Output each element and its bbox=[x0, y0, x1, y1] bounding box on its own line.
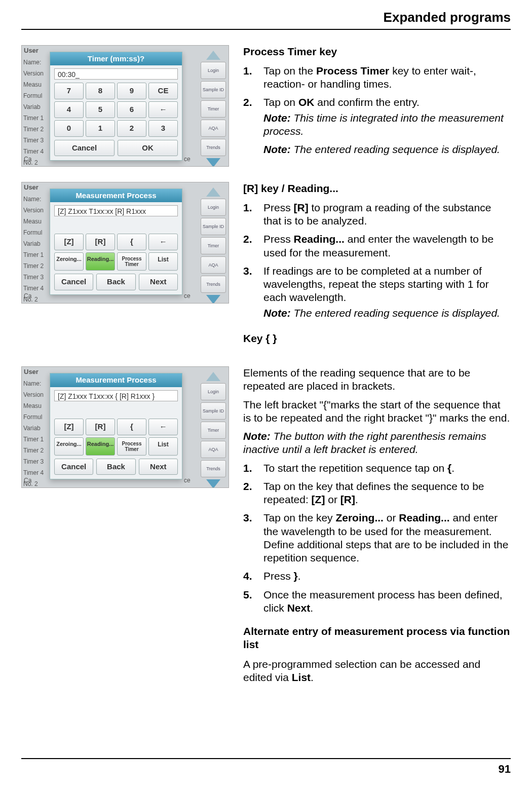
reading-button[interactable]: Reading... bbox=[86, 252, 115, 271]
arrow-up-icon[interactable] bbox=[206, 372, 220, 381]
dialog-title: Measurement Process bbox=[50, 373, 182, 387]
ok-button[interactable]: OK bbox=[118, 140, 178, 157]
timer-button[interactable]: Timer bbox=[201, 100, 226, 118]
key-7[interactable]: 7 bbox=[54, 83, 84, 99]
r-button[interactable]: [R] bbox=[86, 419, 115, 435]
arrow-down-icon[interactable] bbox=[206, 479, 220, 488]
measurement-dialog: Measurement Process [Z] Z1xxx T1xx:xx { … bbox=[50, 373, 182, 479]
key-3[interactable]: 3 bbox=[148, 120, 178, 137]
screenshot-measurement-2: User Name:Version MeasuFormul VariabTime… bbox=[21, 366, 229, 488]
sequence-display: [Z] Z1xxx T1xx:xx [R] R1xxx bbox=[54, 205, 178, 216]
timer-input[interactable]: 00:30_ bbox=[54, 68, 178, 80]
zeroing-button[interactable]: Zeroing... bbox=[54, 437, 84, 456]
section3-heading: Key { } bbox=[243, 332, 511, 345]
z-button[interactable]: [Z] bbox=[54, 419, 84, 435]
r-button[interactable]: [R] bbox=[86, 234, 115, 250]
backspace-button[interactable]: ← bbox=[148, 234, 178, 250]
brace-button[interactable]: { bbox=[117, 419, 146, 435]
arrow-down-icon[interactable] bbox=[206, 295, 220, 304]
next-button[interactable]: Next bbox=[139, 274, 178, 290]
process-timer-button[interactable]: Process Timer bbox=[117, 252, 146, 271]
z-button[interactable]: [Z] bbox=[54, 234, 84, 250]
brace-button[interactable]: { bbox=[117, 234, 146, 250]
key-4[interactable]: 4 bbox=[54, 101, 84, 118]
cancel-button[interactable]: Cancel bbox=[54, 140, 115, 157]
key-5[interactable]: 5 bbox=[86, 101, 115, 118]
process-timer-button[interactable]: Process Timer bbox=[117, 437, 146, 456]
sec3-p1: Elements of the reading sequence that ar… bbox=[243, 366, 511, 393]
key-ce[interactable]: CE bbox=[148, 83, 178, 99]
key-1[interactable]: 1 bbox=[86, 120, 115, 137]
section2-heading: [R] key / Reading... bbox=[243, 182, 511, 195]
zeroing-button[interactable]: Zeroing... bbox=[54, 252, 84, 271]
key-6[interactable]: 6 bbox=[117, 101, 146, 118]
dialog-title: Timer (mm:ss)? bbox=[50, 52, 182, 66]
sec3-p2: The left bracket "{"marks the start of t… bbox=[243, 398, 511, 425]
sec4-p1: A pre-programmed selection can be access… bbox=[243, 658, 511, 685]
cancel-button[interactable]: Cancel bbox=[54, 459, 93, 475]
list-button[interactable]: List bbox=[148, 252, 178, 271]
bg-labels: Name:Version MeasuFormul VariabTimer 1 T… bbox=[22, 57, 47, 167]
section4-heading: Alternate entry of measurement process v… bbox=[243, 625, 511, 652]
trends-button[interactable]: Trends bbox=[201, 139, 226, 156]
backspace-button[interactable]: ← bbox=[148, 419, 178, 435]
screenshot-measurement-1: User Name:Version MeasuFormul VariabTime… bbox=[21, 182, 229, 304]
list-button[interactable]: List bbox=[148, 437, 178, 456]
page-header: Expanded programs bbox=[21, 0, 511, 30]
key-0[interactable]: 0 bbox=[54, 120, 84, 137]
step-2: Tap on OK and confirm the entry. Note: T… bbox=[263, 96, 511, 161]
arrow-down-icon[interactable] bbox=[206, 158, 220, 167]
back-button[interactable]: Back bbox=[96, 459, 135, 475]
key-9[interactable]: 9 bbox=[117, 83, 146, 99]
sec3-note: Note: The button with the right parenthe… bbox=[243, 430, 511, 457]
sequence-display: [Z] Z1xxx T1xx:xx { [R] R1xxx } bbox=[54, 390, 178, 401]
screenshot-timer-dialog: User Name:Version MeasuFormul VariabTime… bbox=[21, 45, 229, 167]
aqa-button[interactable]: AQA bbox=[201, 120, 226, 137]
bg-ce: ce bbox=[184, 156, 191, 163]
page-footer: 91 bbox=[21, 758, 511, 776]
key-2[interactable]: 2 bbox=[117, 120, 146, 137]
back-button[interactable]: Back bbox=[96, 274, 135, 290]
login-button[interactable]: Login bbox=[201, 62, 226, 79]
bg-ca: Ca bbox=[24, 156, 31, 163]
key-8[interactable]: 8 bbox=[86, 83, 115, 99]
timer-dialog: Timer (mm:ss)? 00:30_ 7 8 9 CE 4 5 6 ← bbox=[50, 52, 182, 161]
keypad: 7 8 9 CE 4 5 6 ← 0 1 2 3 bbox=[54, 83, 178, 136]
arrow-up-icon[interactable] bbox=[206, 51, 220, 60]
sampleid-button[interactable]: Sample ID bbox=[201, 81, 226, 98]
arrow-up-icon[interactable] bbox=[206, 187, 220, 197]
reading-button[interactable]: Reading... bbox=[86, 437, 115, 456]
section1-heading: Process Timer key bbox=[243, 45, 511, 58]
dialog-title: Measurement Process bbox=[50, 189, 182, 203]
cancel-button[interactable]: Cancel bbox=[54, 274, 93, 290]
measurement-dialog: Measurement Process [Z] Z1xxx T1xx:xx [R… bbox=[50, 189, 182, 295]
step-1: Tap on the Process Timer key to enter wa… bbox=[263, 64, 511, 91]
side-toolbar: Login Sample ID Timer AQA Trends bbox=[200, 51, 226, 167]
key-back[interactable]: ← bbox=[148, 101, 178, 118]
user-label: User bbox=[24, 47, 39, 55]
next-button[interactable]: Next bbox=[139, 459, 178, 475]
